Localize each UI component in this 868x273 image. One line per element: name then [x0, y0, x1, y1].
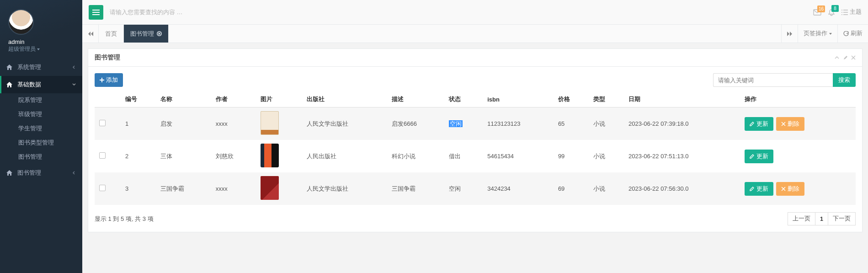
delete-button[interactable]: 删除: [776, 182, 804, 196]
cell-check: [95, 140, 121, 172]
submenu-item-2[interactable]: 学生管理: [0, 122, 82, 136]
menu-item-1[interactable]: 基础数据: [0, 76, 82, 93]
cell-actions: 更新删除: [740, 107, 856, 140]
update-button[interactable]: 更新: [745, 150, 773, 163]
cell-author: xxxx: [211, 107, 256, 140]
home-icon: [6, 82, 13, 87]
chevron-left-icon: [72, 65, 76, 69]
cell-name: 三国争霸: [156, 172, 211, 205]
menu-label: 系统管理: [17, 63, 41, 71]
cell-actions: 更新: [740, 140, 856, 172]
user-role-dropdown[interactable]: 超级管理员: [8, 45, 40, 53]
tab-label: 首页: [105, 30, 117, 38]
messages-badge: 16: [817, 5, 825, 12]
cell-actions: 更新删除: [740, 172, 856, 205]
cell-date: 2023-06-22 07:56:30.0: [624, 172, 740, 205]
col-5: 出版社: [302, 91, 387, 107]
page-1-button[interactable]: 1: [815, 212, 828, 225]
edit-icon: [750, 186, 755, 191]
menu-item-2[interactable]: 图书管理: [0, 164, 82, 182]
delete-label: 删除: [788, 120, 799, 128]
tab-label: 图书管理: [130, 30, 154, 38]
toggle-sidebar-button[interactable]: [89, 5, 103, 20]
notifications-icon[interactable]: 8: [828, 9, 835, 16]
submenu-item-4[interactable]: 图书管理: [0, 150, 82, 164]
col-7: 状态: [444, 91, 483, 107]
sidebar: admin 超级管理员 系统管理基础数据院系管理班级管理学生管理图书类型管理图书…: [0, 0, 82, 273]
cell-name: 启发: [156, 107, 211, 140]
update-label: 更新: [756, 152, 768, 161]
cell-check: [95, 107, 121, 140]
tab-1[interactable]: 图书管理: [124, 25, 169, 43]
cell-publisher: 人民出版社: [302, 140, 387, 172]
panel-close-icon[interactable]: [851, 55, 856, 60]
books-table: 编号名称作者图片出版社描述状态isbn价格类型日期操作 1启发xxxx人民文学出…: [95, 91, 856, 205]
panel-collapse-icon[interactable]: [835, 55, 839, 60]
col-11: 日期: [624, 91, 740, 107]
book-thumbnail: [261, 176, 279, 200]
prev-page-button[interactable]: 上一页: [788, 212, 815, 225]
col-9: 价格: [554, 91, 589, 107]
notifications-badge: 8: [831, 5, 839, 12]
submenu-item-0[interactable]: 院系管理: [0, 93, 82, 107]
delete-button[interactable]: 删除: [776, 117, 804, 131]
menu-label: 基础数据: [17, 80, 41, 89]
x-icon: [781, 187, 786, 191]
update-button[interactable]: 更新: [745, 117, 773, 131]
submenu-item-1[interactable]: 班级管理: [0, 107, 82, 122]
tabs-scroll-right[interactable]: [781, 25, 798, 43]
global-search-placeholder[interactable]: 请输入您需要查找的内容 …: [110, 8, 183, 16]
cell-id: 1: [121, 107, 156, 140]
menu-item-0[interactable]: 系统管理: [0, 59, 82, 76]
tabs-scroll-left[interactable]: [82, 25, 99, 43]
panel-settings-icon[interactable]: [843, 55, 847, 60]
submenu: 院系管理班级管理学生管理图书类型管理图书管理: [0, 93, 82, 164]
cell-type: 小说: [589, 172, 624, 205]
tab-0[interactable]: 首页: [99, 25, 124, 43]
col-0: [95, 91, 121, 107]
tabs-bar: 首页图书管理 页签操作 刷新: [82, 25, 868, 43]
refresh-label: 刷新: [851, 30, 863, 37]
add-button[interactable]: 添加: [95, 73, 123, 87]
next-page-button[interactable]: 下一页: [828, 212, 856, 225]
cell-isbn: 54615434: [483, 140, 554, 172]
topbar: 请输入您需要查找的内容 … 16 8 主题: [82, 0, 868, 25]
book-thumbnail: [261, 144, 279, 167]
search-button[interactable]: 搜索: [833, 73, 856, 87]
cell-desc: 科幻小说: [387, 140, 445, 172]
update-label: 更新: [756, 185, 768, 193]
user-name: admin: [8, 38, 82, 45]
cell-publisher: 人民文学出版社: [302, 172, 387, 205]
row-checkbox[interactable]: [99, 120, 106, 126]
theme-button[interactable]: 主题: [841, 8, 862, 16]
table-info: 显示 1 到 5 项, 共 3 项: [95, 215, 154, 223]
table-row: 2三体刘慈欣人民出版社科幻小说借出5461543499小说2023-06-22 …: [95, 140, 856, 172]
close-icon[interactable]: [157, 31, 162, 36]
cell-check: [95, 172, 121, 205]
update-button[interactable]: 更新: [745, 182, 773, 196]
col-8: isbn: [483, 91, 554, 107]
row-checkbox[interactable]: [99, 152, 106, 159]
messages-icon[interactable]: 16: [813, 9, 821, 16]
submenu-item-3[interactable]: 图书类型管理: [0, 136, 82, 150]
refresh-button[interactable]: 刷新: [837, 25, 868, 43]
cell-isbn: 1123123123: [483, 107, 554, 140]
user-role-label: 超级管理员: [8, 45, 36, 53]
cell-desc: 启发6666: [387, 107, 445, 140]
cell-type: 小说: [589, 140, 624, 172]
panel-header: 图书管理: [88, 49, 862, 67]
cell-status: 空闲: [444, 107, 483, 140]
edit-icon: [750, 154, 755, 159]
cell-publisher: 人民文学出版社: [302, 107, 387, 140]
keyword-input[interactable]: [713, 73, 833, 87]
avatar[interactable]: [8, 9, 34, 35]
menu-label: 图书管理: [17, 169, 41, 177]
main-menu: 系统管理基础数据院系管理班级管理学生管理图书类型管理图书管理图书管理: [0, 59, 82, 182]
user-panel: admin 超级管理员: [0, 0, 82, 59]
tab-operations-dropdown[interactable]: 页签操作: [798, 25, 837, 43]
row-checkbox[interactable]: [99, 185, 106, 191]
panel-title: 图书管理: [95, 54, 120, 62]
cell-date: 2023-06-22 07:39:18.0: [624, 107, 740, 140]
col-2: 名称: [156, 91, 211, 107]
col-6: 描述: [387, 91, 445, 107]
